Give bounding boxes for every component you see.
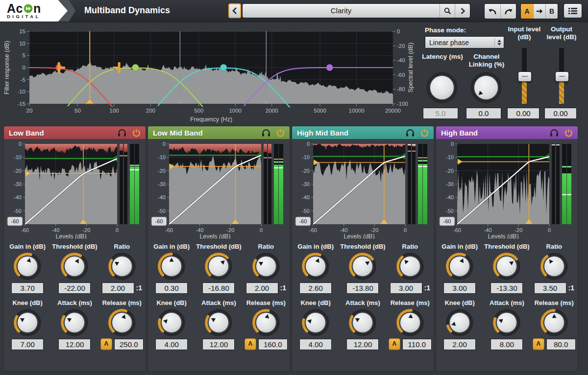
value-attack[interactable]: 12.00 [202,339,235,350]
band-gain-handle-low-mid[interactable] [132,64,139,71]
knob-release[interactable] [539,307,569,338]
power-icon[interactable] [564,129,573,137]
preset-next-button[interactable] [455,4,470,18]
output-level-value[interactable]: 0.00 [544,108,577,119]
value-release[interactable]: 80.0 [546,339,576,350]
band-graph[interactable]: 0-10-20-30-40-50-60-60-40-200Levels (dB) [150,141,287,239]
ab-copy-button[interactable] [533,4,545,19]
preset-name[interactable]: Clarity [243,4,440,18]
knob-gain-in[interactable] [156,251,187,281]
knob-knee[interactable] [156,307,187,338]
solo-headphone-icon[interactable] [406,129,415,137]
knob-release[interactable] [395,307,425,338]
value-threshold[interactable]: -13.30 [490,282,523,294]
knob-threshold[interactable] [491,251,522,281]
knob-ratio[interactable] [107,251,137,281]
preset-field[interactable]: Clarity [242,3,470,18]
ab-b-button[interactable]: B [545,4,558,19]
svg-text:-60: -60 [397,72,405,78]
power-icon[interactable] [132,129,141,137]
power-icon[interactable] [276,129,285,137]
solo-headphone-icon[interactable] [262,129,270,137]
knob-attack[interactable] [203,307,234,338]
redo-button[interactable] [500,4,516,19]
knob-gain-in[interactable] [12,251,43,281]
knob-knee[interactable] [300,307,331,338]
value-knee[interactable]: 4.00 [155,339,188,350]
value-gain-in[interactable]: 3.70 [11,282,44,294]
knob-release[interactable] [107,307,137,338]
phase-mode-select[interactable]: Linear phase [425,36,504,48]
band-panel-low-mid-band: Low Mid Band0-10-20-30-40-50-60-60-40-20… [148,126,290,371]
channel-linking-label: Channel Linking (%) [465,53,508,69]
solo-headphone-icon[interactable] [118,129,126,137]
value-attack[interactable]: 8.00 [490,339,523,350]
value-threshold[interactable]: -16.80 [202,282,235,294]
knob-threshold[interactable] [347,251,378,281]
channel-linking-value[interactable]: 0.0 [466,108,501,119]
knob-ratio[interactable] [395,251,425,281]
knob-knee[interactable] [12,307,43,338]
auto-release-button[interactable]: A [389,338,400,350]
value-release[interactable]: 160.0 [258,339,288,350]
output-level-slider[interactable] [559,48,564,104]
knob-gain-in[interactable] [300,251,331,281]
latency-value[interactable]: 5.0 [423,108,458,119]
svg-text:-40: -40 [52,227,60,233]
value-release[interactable]: 250.0 [114,339,144,350]
value-knee[interactable]: 2.00 [443,339,476,350]
band-gain-handle-high[interactable] [326,64,333,71]
knob-gain-in[interactable] [444,251,475,281]
value-release[interactable]: 110.0 [402,339,432,350]
knob-ratio[interactable] [251,251,281,281]
value-gain-in[interactable]: 2.60 [299,282,332,294]
knob-release[interactable] [251,307,281,338]
knob-ratio[interactable] [539,251,569,281]
channel-linking-knob-control[interactable] [469,70,503,105]
auto-release-button[interactable]: A [533,338,544,350]
solo-headphone-icon[interactable] [550,129,559,137]
latency-knob-control[interactable] [425,70,459,105]
undo-button[interactable] [485,4,500,19]
auto-release-button[interactable]: A [100,338,112,350]
power-icon[interactable] [420,129,429,137]
channel-linking-knob[interactable] [469,70,503,107]
slider-handle[interactable] [555,71,569,82]
value-attack[interactable]: 12.00 [58,339,91,350]
preset-previous-button[interactable] [228,3,241,18]
knob-attack[interactable] [491,307,522,338]
input-level-value[interactable]: 0.00 [507,108,539,119]
value-ratio[interactable]: 2.00 [102,282,134,294]
preset-search-button[interactable] [440,4,455,18]
knob-label-knee: Knee (dB) [444,298,474,307]
value-gain-in[interactable]: 3.00 [443,282,476,294]
value-knee[interactable]: 4.00 [299,339,332,350]
slider-handle[interactable] [518,71,532,82]
levels-axis-title: Levels (dB) [488,233,518,239]
latency-knob[interactable] [425,70,459,107]
band-gain-handle-high-mid[interactable] [220,64,227,71]
value-ratio[interactable]: 3.00 [390,282,422,294]
band-graph[interactable]: 0-10-20-30-40-50-60-60-40-200Levels (dB) [6,141,143,239]
value-ratio[interactable]: 2.00 [246,282,278,294]
value-threshold[interactable]: -13.80 [346,282,379,294]
band-graph[interactable]: 0-10-20-30-40-50-60-60-40-200Levels (dB) [439,141,575,239]
knob-threshold[interactable] [59,251,90,281]
auto-release-button[interactable]: A [245,338,256,350]
value-knee[interactable]: 7.00 [11,339,44,350]
crossover-spectrum-graph[interactable]: 151050-5-10-150-20-40-60-80-100205010020… [2,23,417,127]
input-level-slider[interactable] [521,48,527,104]
knob-attack[interactable] [347,307,378,338]
knob-knee[interactable] [444,307,475,338]
value-gain-in[interactable]: 0.30 [155,282,188,294]
ab-a-button[interactable]: A [521,4,533,19]
value-attack[interactable]: 12.00 [346,339,379,350]
knob-attack[interactable] [59,307,90,338]
value-threshold[interactable]: -22.00 [58,282,91,294]
band-graph[interactable]: 0-10-20-30-40-50-60-60-40-200Levels (dB) [294,141,431,239]
knob-threshold[interactable] [203,251,234,281]
menu-button[interactable] [564,3,582,18]
value-ratio[interactable]: 3.50 [534,282,566,294]
select-spinner-icon[interactable] [494,38,504,46]
knob-label-threshold: Threshold (dB) [52,242,97,251]
